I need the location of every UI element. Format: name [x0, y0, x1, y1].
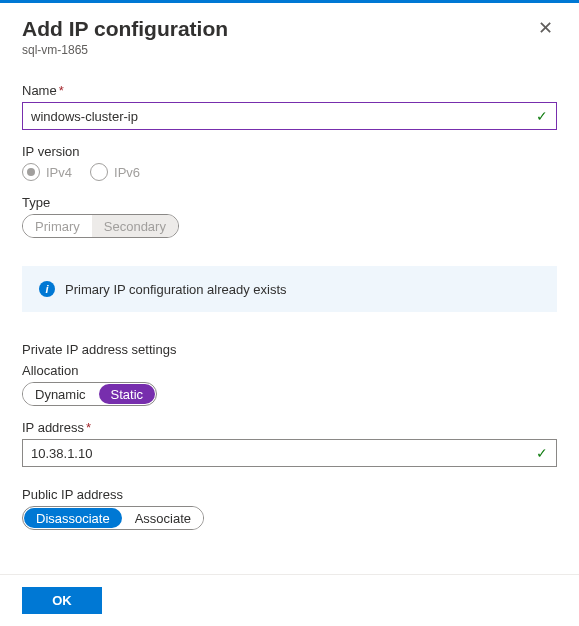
- name-label: Name*: [22, 83, 557, 98]
- type-field: Type Primary Secondary: [22, 195, 557, 238]
- allocation-dynamic[interactable]: Dynamic: [23, 383, 98, 405]
- name-input[interactable]: [31, 109, 528, 124]
- public-ip-label: Public IP address: [22, 487, 557, 502]
- type-toggle: Primary Secondary: [22, 214, 179, 238]
- type-label: Type: [22, 195, 557, 210]
- ip-version-field: IP version IPv4 IPv6: [22, 144, 557, 181]
- private-ip-section-title: Private IP address settings: [22, 342, 557, 357]
- check-icon: ✓: [536, 109, 548, 123]
- ip-address-input[interactable]: [31, 446, 528, 461]
- allocation-static[interactable]: Static: [99, 384, 156, 404]
- footer: OK: [0, 574, 579, 626]
- info-message: Primary IP configuration already exists: [65, 282, 287, 297]
- info-box: i Primary IP configuration already exist…: [22, 266, 557, 312]
- required-indicator: *: [86, 420, 91, 435]
- close-icon[interactable]: ✕: [534, 17, 557, 39]
- type-primary: Primary: [23, 215, 92, 237]
- allocation-label: Allocation: [22, 363, 557, 378]
- public-ip-disassociate[interactable]: Disassociate: [24, 508, 122, 528]
- required-indicator: *: [59, 83, 64, 98]
- public-ip-toggle[interactable]: Disassociate Associate: [22, 506, 204, 530]
- ip-version-label: IP version: [22, 144, 557, 159]
- public-ip-associate[interactable]: Associate: [123, 507, 203, 529]
- ip-address-input-wrap[interactable]: ✓: [22, 439, 557, 467]
- ipv6-radio: IPv6: [90, 163, 140, 181]
- name-input-wrap[interactable]: ✓: [22, 102, 557, 130]
- allocation-field: Allocation Dynamic Static: [22, 363, 557, 406]
- check-icon: ✓: [536, 446, 548, 460]
- panel-title: Add IP configuration: [22, 17, 228, 41]
- name-field: Name* ✓: [22, 83, 557, 130]
- ip-address-field: IP address* ✓: [22, 420, 557, 467]
- info-icon: i: [39, 281, 55, 297]
- panel-header: Add IP configuration sql-vm-1865 ✕: [22, 17, 557, 57]
- public-ip-field: Public IP address Disassociate Associate: [22, 487, 557, 530]
- panel-subtitle: sql-vm-1865: [22, 43, 228, 57]
- radio-icon: [90, 163, 108, 181]
- ipv4-radio: IPv4: [22, 163, 72, 181]
- ip-address-label: IP address*: [22, 420, 557, 435]
- type-secondary: Secondary: [92, 215, 178, 237]
- allocation-toggle[interactable]: Dynamic Static: [22, 382, 157, 406]
- ok-button[interactable]: OK: [22, 587, 102, 614]
- radio-icon: [22, 163, 40, 181]
